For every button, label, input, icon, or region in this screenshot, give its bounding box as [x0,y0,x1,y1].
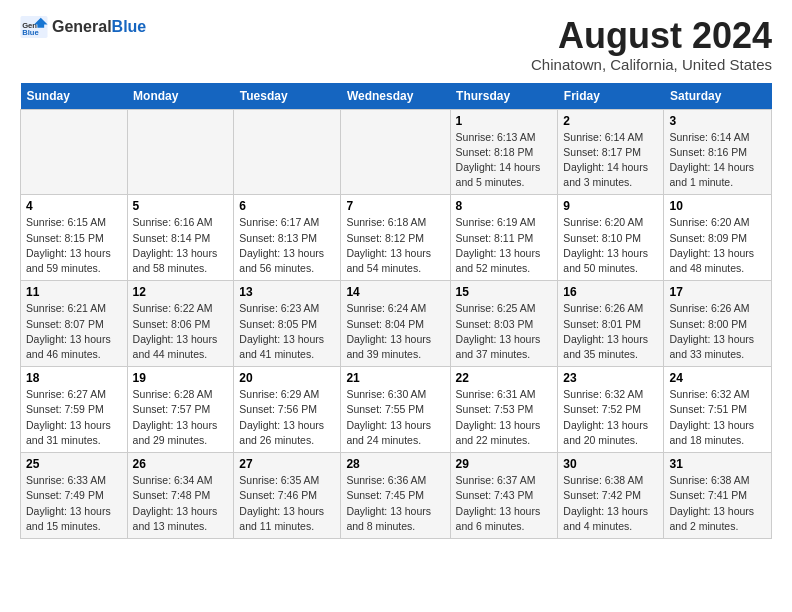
calendar-cell: 8Sunrise: 6:19 AM Sunset: 8:11 PM Daylig… [450,195,558,281]
day-number: 3 [669,114,766,128]
day-info: Sunrise: 6:36 AM Sunset: 7:45 PM Dayligh… [346,473,444,534]
day-number: 8 [456,199,553,213]
calendar-cell: 3Sunrise: 6:14 AM Sunset: 8:16 PM Daylig… [664,109,772,195]
calendar-cell: 18Sunrise: 6:27 AM Sunset: 7:59 PM Dayli… [21,367,128,453]
day-info: Sunrise: 6:35 AM Sunset: 7:46 PM Dayligh… [239,473,335,534]
weekday-header: Sunday [21,83,128,110]
logo-text-general: General [52,18,112,35]
day-number: 14 [346,285,444,299]
calendar-week-row: 11Sunrise: 6:21 AM Sunset: 8:07 PM Dayli… [21,281,772,367]
day-number: 23 [563,371,658,385]
day-number: 27 [239,457,335,471]
calendar-cell: 27Sunrise: 6:35 AM Sunset: 7:46 PM Dayli… [234,453,341,539]
weekday-header: Friday [558,83,664,110]
weekday-header: Tuesday [234,83,341,110]
day-info: Sunrise: 6:34 AM Sunset: 7:48 PM Dayligh… [133,473,229,534]
calendar-cell: 6Sunrise: 6:17 AM Sunset: 8:13 PM Daylig… [234,195,341,281]
calendar-cell: 29Sunrise: 6:37 AM Sunset: 7:43 PM Dayli… [450,453,558,539]
page-title: August 2024 [531,16,772,56]
day-info: Sunrise: 6:14 AM Sunset: 8:17 PM Dayligh… [563,130,658,191]
day-info: Sunrise: 6:15 AM Sunset: 8:15 PM Dayligh… [26,215,122,276]
calendar-table: SundayMondayTuesdayWednesdayThursdayFrid… [20,83,772,539]
day-info: Sunrise: 6:30 AM Sunset: 7:55 PM Dayligh… [346,387,444,448]
day-info: Sunrise: 6:23 AM Sunset: 8:05 PM Dayligh… [239,301,335,362]
day-number: 26 [133,457,229,471]
day-number: 30 [563,457,658,471]
calendar-cell: 16Sunrise: 6:26 AM Sunset: 8:01 PM Dayli… [558,281,664,367]
day-number: 31 [669,457,766,471]
weekday-header: Wednesday [341,83,450,110]
calendar-cell: 17Sunrise: 6:26 AM Sunset: 8:00 PM Dayli… [664,281,772,367]
day-number: 1 [456,114,553,128]
day-number: 19 [133,371,229,385]
calendar-cell [234,109,341,195]
title-block: August 2024 Chinatown, California, Unite… [531,16,772,73]
calendar-cell: 5Sunrise: 6:16 AM Sunset: 8:14 PM Daylig… [127,195,234,281]
calendar-cell [21,109,128,195]
calendar-cell: 1Sunrise: 6:13 AM Sunset: 8:18 PM Daylig… [450,109,558,195]
calendar-cell [127,109,234,195]
calendar-cell: 21Sunrise: 6:30 AM Sunset: 7:55 PM Dayli… [341,367,450,453]
day-number: 7 [346,199,444,213]
calendar-cell: 31Sunrise: 6:38 AM Sunset: 7:41 PM Dayli… [664,453,772,539]
calendar-cell: 14Sunrise: 6:24 AM Sunset: 8:04 PM Dayli… [341,281,450,367]
calendar-cell: 7Sunrise: 6:18 AM Sunset: 8:12 PM Daylig… [341,195,450,281]
calendar-cell: 12Sunrise: 6:22 AM Sunset: 8:06 PM Dayli… [127,281,234,367]
calendar-cell: 26Sunrise: 6:34 AM Sunset: 7:48 PM Dayli… [127,453,234,539]
calendar-cell: 2Sunrise: 6:14 AM Sunset: 8:17 PM Daylig… [558,109,664,195]
day-number: 25 [26,457,122,471]
calendar-cell: 9Sunrise: 6:20 AM Sunset: 8:10 PM Daylig… [558,195,664,281]
logo: Gen Blue GeneralBlue [20,16,146,38]
day-info: Sunrise: 6:37 AM Sunset: 7:43 PM Dayligh… [456,473,553,534]
day-info: Sunrise: 6:26 AM Sunset: 8:00 PM Dayligh… [669,301,766,362]
calendar-cell: 22Sunrise: 6:31 AM Sunset: 7:53 PM Dayli… [450,367,558,453]
day-info: Sunrise: 6:29 AM Sunset: 7:56 PM Dayligh… [239,387,335,448]
day-number: 28 [346,457,444,471]
day-info: Sunrise: 6:13 AM Sunset: 8:18 PM Dayligh… [456,130,553,191]
calendar-cell: 28Sunrise: 6:36 AM Sunset: 7:45 PM Dayli… [341,453,450,539]
calendar-header-row: SundayMondayTuesdayWednesdayThursdayFrid… [21,83,772,110]
logo-text-blue: Blue [112,18,147,35]
day-number: 15 [456,285,553,299]
day-info: Sunrise: 6:33 AM Sunset: 7:49 PM Dayligh… [26,473,122,534]
calendar-cell: 30Sunrise: 6:38 AM Sunset: 7:42 PM Dayli… [558,453,664,539]
calendar-cell: 19Sunrise: 6:28 AM Sunset: 7:57 PM Dayli… [127,367,234,453]
calendar-week-row: 1Sunrise: 6:13 AM Sunset: 8:18 PM Daylig… [21,109,772,195]
calendar-week-row: 4Sunrise: 6:15 AM Sunset: 8:15 PM Daylig… [21,195,772,281]
day-info: Sunrise: 6:14 AM Sunset: 8:16 PM Dayligh… [669,130,766,191]
day-info: Sunrise: 6:28 AM Sunset: 7:57 PM Dayligh… [133,387,229,448]
day-info: Sunrise: 6:20 AM Sunset: 8:10 PM Dayligh… [563,215,658,276]
day-info: Sunrise: 6:20 AM Sunset: 8:09 PM Dayligh… [669,215,766,276]
day-info: Sunrise: 6:24 AM Sunset: 8:04 PM Dayligh… [346,301,444,362]
day-number: 2 [563,114,658,128]
weekday-header: Monday [127,83,234,110]
calendar-cell: 11Sunrise: 6:21 AM Sunset: 8:07 PM Dayli… [21,281,128,367]
day-info: Sunrise: 6:25 AM Sunset: 8:03 PM Dayligh… [456,301,553,362]
day-number: 21 [346,371,444,385]
weekday-header: Thursday [450,83,558,110]
day-info: Sunrise: 6:27 AM Sunset: 7:59 PM Dayligh… [26,387,122,448]
day-number: 17 [669,285,766,299]
calendar-cell: 20Sunrise: 6:29 AM Sunset: 7:56 PM Dayli… [234,367,341,453]
page-header: Gen Blue GeneralBlue August 2024 Chinato… [20,16,772,73]
calendar-week-row: 25Sunrise: 6:33 AM Sunset: 7:49 PM Dayli… [21,453,772,539]
day-number: 29 [456,457,553,471]
day-number: 13 [239,285,335,299]
weekday-header: Saturday [664,83,772,110]
day-info: Sunrise: 6:32 AM Sunset: 7:52 PM Dayligh… [563,387,658,448]
calendar-cell: 24Sunrise: 6:32 AM Sunset: 7:51 PM Dayli… [664,367,772,453]
day-info: Sunrise: 6:26 AM Sunset: 8:01 PM Dayligh… [563,301,658,362]
day-info: Sunrise: 6:19 AM Sunset: 8:11 PM Dayligh… [456,215,553,276]
day-info: Sunrise: 6:38 AM Sunset: 7:42 PM Dayligh… [563,473,658,534]
day-info: Sunrise: 6:21 AM Sunset: 8:07 PM Dayligh… [26,301,122,362]
calendar-cell: 23Sunrise: 6:32 AM Sunset: 7:52 PM Dayli… [558,367,664,453]
day-info: Sunrise: 6:17 AM Sunset: 8:13 PM Dayligh… [239,215,335,276]
calendar-cell: 4Sunrise: 6:15 AM Sunset: 8:15 PM Daylig… [21,195,128,281]
day-number: 5 [133,199,229,213]
day-info: Sunrise: 6:16 AM Sunset: 8:14 PM Dayligh… [133,215,229,276]
day-info: Sunrise: 6:38 AM Sunset: 7:41 PM Dayligh… [669,473,766,534]
day-info: Sunrise: 6:31 AM Sunset: 7:53 PM Dayligh… [456,387,553,448]
logo-icon: Gen Blue [20,16,48,38]
day-number: 20 [239,371,335,385]
day-number: 16 [563,285,658,299]
